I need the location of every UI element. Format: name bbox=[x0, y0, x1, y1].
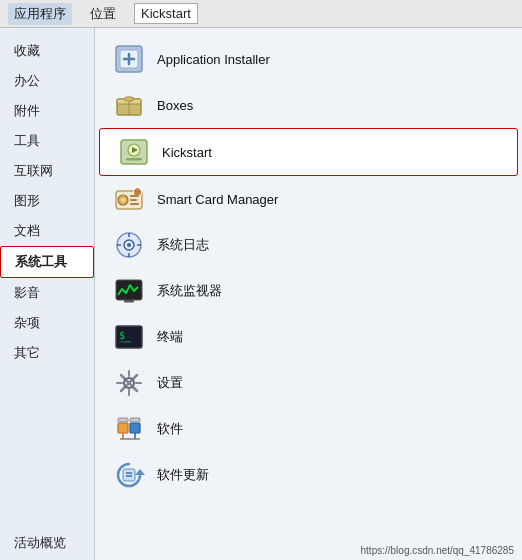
taskbar: 应用程序 位置 Kickstart bbox=[0, 0, 522, 28]
smart-card-icon bbox=[111, 181, 147, 217]
svg-rect-42 bbox=[130, 418, 140, 422]
sidebar-item-hulianwang[interactable]: 互联网 bbox=[0, 156, 94, 186]
sysmonitor-label: 系统监视器 bbox=[157, 282, 222, 300]
app-installer-label: Application Installer bbox=[157, 52, 270, 67]
menu-panel: Application Installer Boxes bbox=[95, 28, 522, 560]
svg-rect-47 bbox=[123, 469, 135, 481]
sidebar-item-gongju[interactable]: 工具 bbox=[0, 126, 94, 156]
boxes-icon bbox=[111, 87, 147, 123]
menu-item-smart-card[interactable]: Smart Card Manager bbox=[95, 176, 522, 222]
svg-rect-15 bbox=[130, 195, 139, 197]
menu-item-sysmonitor[interactable]: 系统监视器 bbox=[95, 268, 522, 314]
boxes-label: Boxes bbox=[157, 98, 193, 113]
sidebar-item-activity[interactable]: 活动概览 bbox=[0, 526, 94, 560]
svg-rect-11 bbox=[126, 158, 142, 161]
sidebar: 收藏 办公 附件 工具 互联网 图形 文档 系统工具 影音 杂项 其它 活动概览 bbox=[0, 28, 95, 560]
taskbar-places[interactable]: 位置 bbox=[84, 3, 122, 25]
menu-item-software[interactable]: 软件 bbox=[95, 406, 522, 452]
svg-rect-40 bbox=[130, 423, 140, 433]
svg-rect-19 bbox=[135, 190, 141, 195]
terminal-icon: $_ bbox=[111, 319, 147, 355]
svg-rect-28 bbox=[124, 300, 134, 303]
kickstart-icon bbox=[116, 134, 152, 170]
sidebar-item-bangong[interactable]: 办公 bbox=[0, 66, 94, 96]
settings-label: 设置 bbox=[157, 374, 183, 392]
svg-point-22 bbox=[127, 243, 131, 247]
watermark: https://blog.csdn.net/qq_41786285 bbox=[361, 545, 514, 556]
software-update-icon bbox=[111, 457, 147, 493]
kickstart-label: Kickstart bbox=[162, 145, 212, 160]
svg-rect-41 bbox=[118, 418, 128, 422]
terminal-label: 终端 bbox=[157, 328, 183, 346]
menu-item-kickstart[interactable]: Kickstart bbox=[99, 128, 518, 176]
sidebar-item-xitong[interactable]: 系统工具 bbox=[0, 246, 94, 278]
sidebar-item-qita[interactable]: 其它 bbox=[0, 338, 94, 368]
sidebar-item-wendang[interactable]: 文档 bbox=[0, 216, 94, 246]
sidebar-item-shoucang[interactable]: 收藏 bbox=[0, 36, 94, 66]
syslog-icon bbox=[111, 227, 147, 263]
software-label: 软件 bbox=[157, 420, 183, 438]
content-area: 收藏 办公 附件 工具 互联网 图形 文档 系统工具 影音 杂项 其它 活动概览… bbox=[0, 28, 522, 560]
software-icon bbox=[111, 411, 147, 447]
svg-rect-27 bbox=[116, 280, 142, 300]
sidebar-item-tuxing[interactable]: 图形 bbox=[0, 186, 94, 216]
settings-icon bbox=[111, 365, 147, 401]
svg-rect-16 bbox=[130, 199, 137, 201]
taskbar-applications[interactable]: 应用程序 bbox=[8, 3, 72, 25]
sysmonitor-icon bbox=[111, 273, 147, 309]
svg-point-14 bbox=[121, 198, 126, 203]
menu-item-app-installer[interactable]: Application Installer bbox=[95, 36, 522, 82]
menu-item-software-update[interactable]: 软件更新 bbox=[95, 452, 522, 498]
smart-card-label: Smart Card Manager bbox=[157, 192, 278, 207]
menu-item-boxes[interactable]: Boxes bbox=[95, 82, 522, 128]
svg-marker-46 bbox=[135, 469, 145, 475]
sidebar-item-fujian[interactable]: 附件 bbox=[0, 96, 94, 126]
svg-rect-17 bbox=[130, 203, 139, 205]
svg-rect-7 bbox=[125, 97, 133, 101]
app-installer-icon bbox=[111, 41, 147, 77]
menu-item-settings[interactable]: 设置 bbox=[95, 360, 522, 406]
sidebar-item-zaxiang[interactable]: 杂项 bbox=[0, 308, 94, 338]
menu-item-syslog[interactable]: 系统日志 bbox=[95, 222, 522, 268]
taskbar-kickstart[interactable]: Kickstart bbox=[134, 3, 198, 24]
software-update-label: 软件更新 bbox=[157, 466, 209, 484]
sidebar-item-yinyin[interactable]: 影音 bbox=[0, 278, 94, 308]
svg-text:$_: $_ bbox=[119, 330, 132, 342]
svg-rect-39 bbox=[118, 423, 128, 433]
syslog-label: 系统日志 bbox=[157, 236, 209, 254]
menu-item-terminal[interactable]: $_ 终端 bbox=[95, 314, 522, 360]
